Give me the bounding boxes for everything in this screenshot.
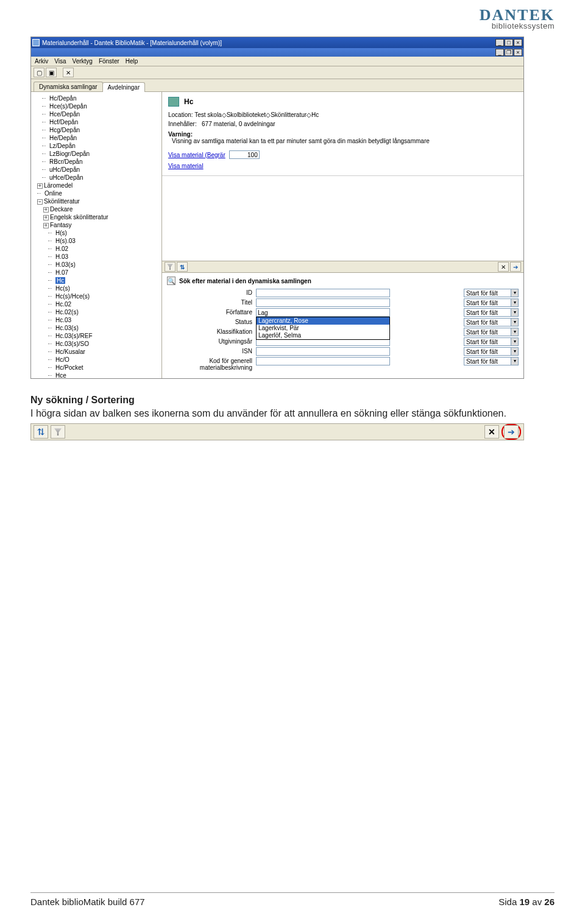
tree-item[interactable]: Hc/Depån xyxy=(49,95,76,102)
tree-item[interactable]: Hc/Pocket xyxy=(55,364,83,371)
search-text-input[interactable] xyxy=(256,298,390,307)
tree-item[interactable]: Hc.03(s)/REF xyxy=(55,333,93,339)
tree-item[interactable]: uHc/Depån xyxy=(49,166,80,173)
tree-item[interactable]: Hc.02 xyxy=(55,301,71,308)
main-toolbar: ▢ ▣ ✕ xyxy=(31,66,523,79)
tree-item[interactable]: Hc.02(s) xyxy=(55,309,79,316)
match-mode-select[interactable]: Start för fält▾ xyxy=(464,318,519,326)
new-icon[interactable]: ▢ xyxy=(34,68,44,77)
tree-item[interactable]: Hc(s) xyxy=(55,285,70,292)
tree-item[interactable]: Hc.03(s) xyxy=(55,325,79,331)
tree-item[interactable]: H(s).03 xyxy=(55,238,76,244)
tree-toggle-icon[interactable]: + xyxy=(43,207,49,213)
cancel-button-figure: ✕ xyxy=(484,425,499,439)
tree-item[interactable]: Hce/Depån xyxy=(49,111,80,118)
forfattare-dropdown[interactable]: Lagercrantz, RoseLagerkvist, PärLagerlöf… xyxy=(256,317,390,340)
tree-item[interactable]: Hc xyxy=(55,277,65,284)
book-icon xyxy=(168,97,179,107)
menu-visa[interactable]: Visa xyxy=(54,58,66,65)
child-titlebar: _ ❐ × xyxy=(31,48,523,57)
show-material-link[interactable]: Visa material xyxy=(168,163,204,169)
open-icon[interactable]: ▣ xyxy=(46,68,57,77)
chevron-down-icon[interactable]: ▾ xyxy=(511,328,518,336)
go-icon[interactable]: ➔ xyxy=(510,262,521,272)
menu-fonster[interactable]: Fönster xyxy=(99,58,119,65)
child-restore-button[interactable]: ❐ xyxy=(505,49,513,56)
chevron-down-icon[interactable]: ▾ xyxy=(511,358,518,365)
forfattare-input[interactable] xyxy=(256,308,390,317)
tree-item[interactable]: H.02 xyxy=(55,245,68,252)
tree-item[interactable]: LzBiogr/Depån xyxy=(49,150,90,157)
chevron-down-icon[interactable]: ▾ xyxy=(511,338,518,345)
tab-dynamiska[interactable]: Dynamiska samlingar xyxy=(34,82,103,91)
tree-item[interactable]: uHce/Depån xyxy=(49,174,83,181)
tree-toggle-icon[interactable]: - xyxy=(37,199,43,205)
dropdown-option[interactable]: Lagerlöf, Selma xyxy=(257,332,389,339)
menu-verktyg[interactable]: Verktyg xyxy=(73,58,93,65)
clear-icon[interactable]: ✕ xyxy=(498,262,509,272)
funnel-icon[interactable] xyxy=(165,262,176,272)
tree-item[interactable]: Hce xyxy=(55,372,66,378)
match-mode-select[interactable]: Start för fält▾ xyxy=(464,337,519,346)
menu-help[interactable]: Help xyxy=(126,58,138,65)
sort-icon[interactable]: ⇅ xyxy=(177,262,188,272)
show-material-limited-link[interactable]: Visa material (Begrär xyxy=(168,152,225,158)
tree-item[interactable]: Hc.03(s)/SO xyxy=(55,340,89,347)
tree-item[interactable]: H.03 xyxy=(55,253,68,260)
tree-item[interactable]: RBcr/Depån xyxy=(49,158,82,165)
tree-item[interactable]: Deckare xyxy=(50,206,73,213)
tree-item[interactable]: Hcg/Depån xyxy=(49,127,80,133)
close-icon[interactable]: ✕ xyxy=(63,68,74,77)
match-mode-select[interactable]: Start för fält▾ xyxy=(464,357,519,365)
match-mode-select[interactable]: Start för fält▾ xyxy=(464,298,519,307)
child-close-button[interactable]: × xyxy=(514,49,522,56)
tree-toggle-icon[interactable]: + xyxy=(37,183,43,189)
tree-item[interactable]: H.03(s) xyxy=(55,261,76,268)
close-button[interactable]: × xyxy=(514,39,522,46)
match-mode-select[interactable]: Start för fält▾ xyxy=(464,308,519,317)
tree-item[interactable]: Hc/Kusalar xyxy=(55,348,85,355)
search-text-input[interactable] xyxy=(256,357,390,365)
tree-item[interactable]: He/Depån xyxy=(49,135,77,141)
dropdown-option[interactable]: Lagercrantz, Rose xyxy=(257,317,389,325)
match-mode-select[interactable]: Start för fält▾ xyxy=(464,347,519,356)
chevron-down-icon[interactable]: ▾ xyxy=(511,289,518,297)
tree-item[interactable]: H.07 xyxy=(55,269,68,276)
tree-item[interactable]: Online xyxy=(44,190,62,197)
chevron-down-icon[interactable]: ▾ xyxy=(511,309,518,316)
location-label: Location: xyxy=(168,111,193,118)
menubar: Arkiv Visa Verktyg Fönster Help xyxy=(31,57,523,66)
match-mode-select[interactable]: Start för fält▾ xyxy=(464,328,519,336)
tab-avdelningar[interactable]: Avdelningar xyxy=(102,82,146,92)
tree-item[interactable]: Skönlitteratur xyxy=(44,198,80,205)
child-minimize-button[interactable]: _ xyxy=(495,49,504,56)
field-label: Kod för generell materialbeskrivning xyxy=(167,357,252,371)
tree-item[interactable]: Lz/Depån xyxy=(49,143,76,149)
tree-item[interactable]: Hce(s)/Depån xyxy=(49,103,87,110)
section-heading: Ny sökning / Sortering xyxy=(30,393,555,407)
tree-item[interactable]: H(s) xyxy=(55,230,67,236)
tree-item[interactable]: Engelsk skönlitteratur xyxy=(50,214,108,220)
chevron-down-icon[interactable]: ▾ xyxy=(511,299,518,306)
tree-item[interactable]: Läromedel xyxy=(44,182,73,189)
tree[interactable]: Hc/DepånHce(s)/DepånHce/DepånHcf/DepånHc… xyxy=(32,94,160,378)
field-label: Status xyxy=(167,318,252,325)
limit-input[interactable] xyxy=(229,150,260,159)
tree-item[interactable]: Hcf/Depån xyxy=(49,119,78,125)
tree-item[interactable]: Hc(s)/Hce(s) xyxy=(55,293,90,300)
tree-toggle-icon[interactable]: + xyxy=(43,215,49,220)
maximize-button[interactable]: □ xyxy=(505,39,513,46)
match-mode-select[interactable]: Start för fält▾ xyxy=(464,289,519,297)
tree-item[interactable]: Hc.03 xyxy=(55,317,71,323)
tree-pane: Hc/DepånHce(s)/DepånHce/DepånHcf/DepånHc… xyxy=(31,92,162,378)
dropdown-option[interactable]: Lagerkvist, Pär xyxy=(257,325,389,332)
tree-item[interactable]: Fantasy xyxy=(50,222,72,228)
menu-arkiv[interactable]: Arkiv xyxy=(35,58,48,65)
chevron-down-icon[interactable]: ▾ xyxy=(511,319,518,326)
search-text-input[interactable] xyxy=(256,289,390,297)
search-text-input[interactable] xyxy=(256,347,390,356)
tree-item[interactable]: Hc/O xyxy=(55,356,69,363)
minimize-button[interactable]: _ xyxy=(495,39,504,46)
chevron-down-icon[interactable]: ▾ xyxy=(511,348,518,355)
tree-toggle-icon[interactable]: + xyxy=(43,223,49,228)
